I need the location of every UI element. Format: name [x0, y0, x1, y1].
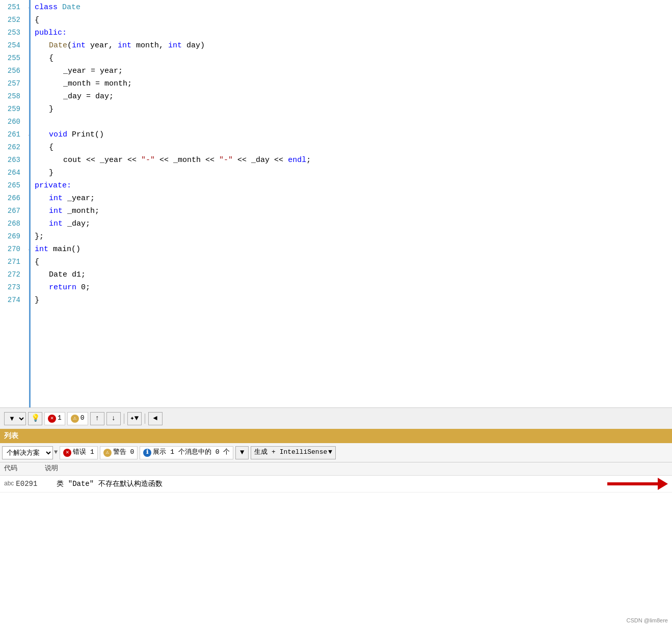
code-line-264: 264}: [0, 168, 672, 180]
code-line-255: 255{: [0, 53, 672, 66]
line-number: 270: [0, 244, 25, 254]
error-count-badge[interactable]: ✕ 1: [44, 412, 65, 425]
line-number: 259: [0, 104, 25, 114]
code-content: int _day;: [33, 219, 672, 230]
line-number: 263: [0, 155, 25, 165]
error-panel-title-text: 列表: [4, 431, 18, 441]
code-line-260: 260: [0, 117, 672, 129]
code-editor[interactable]: 251-class Date252{253public:254Date(int …: [0, 0, 672, 407]
code-content: _day = day;: [33, 91, 672, 102]
warning-icon: ⚠: [71, 415, 79, 423]
ep-warning-label: 警告 0: [113, 448, 135, 457]
line-number: 253: [0, 28, 25, 38]
line-number: 272: [0, 269, 25, 280]
toolbar-sep-1: [124, 414, 124, 424]
ep-warning-icon: ⚠: [103, 449, 112, 457]
code-line-253: 253public:: [0, 28, 672, 40]
code-content: int _month;: [33, 206, 672, 217]
code-line-273: 273return 0;: [0, 282, 672, 295]
ep-info-icon: ℹ: [143, 449, 151, 457]
code-content: _month = month;: [33, 78, 672, 90]
left-blue-bar: [29, 0, 31, 407]
code-content: }: [33, 168, 672, 179]
code-content: }: [33, 104, 672, 115]
code-line-252: 252{: [0, 15, 672, 28]
code-line-254: 254Date(int year, int month, int day): [0, 40, 672, 53]
line-number: 267: [0, 206, 25, 216]
code-content: private:: [33, 180, 672, 192]
red-arrow-head: [658, 478, 668, 490]
code-content: _year = year;: [33, 66, 672, 77]
arrow-left-btn[interactable]: ◄: [148, 412, 163, 425]
code-line-272: 272Date d1;: [0, 269, 672, 282]
error-panel-toolbar: 个解决方案 ▼ ✕ 错误 1 ⚠ 警告 0 ℹ 展示 1 个消息中的 0 个 ▼…: [0, 443, 672, 462]
col-header-code: 代码: [4, 464, 45, 474]
error-panel-title: 列表: [0, 429, 672, 443]
code-content: Date(int year, int month, int day): [33, 40, 672, 51]
line-number: 273: [0, 282, 25, 292]
ep-filter-btn[interactable]: ▼: [235, 446, 249, 459]
code-content: public:: [33, 28, 672, 39]
code-content: class Date: [33, 2, 672, 13]
ep-error-label: 错误 1: [73, 448, 94, 457]
code-content: {: [33, 142, 672, 153]
code-line-268: 268int _day;: [0, 219, 672, 231]
code-content: };: [33, 231, 672, 242]
ep-warning-badge[interactable]: ⚠ 警告 0: [100, 446, 138, 459]
ep-info-label: 展示 1 个消息中的 0 个: [153, 448, 230, 457]
code-content: }: [33, 295, 672, 306]
code-line-271: 271{: [0, 257, 672, 269]
code-content: void Print(): [33, 129, 672, 141]
line-number: 258: [0, 91, 25, 101]
code-line-266: 266int _year;: [0, 193, 672, 206]
code-line-274: 274}: [0, 295, 672, 308]
line-number: 257: [0, 78, 25, 89]
line-number: 269: [0, 231, 25, 241]
line-number: 264: [0, 168, 25, 178]
code-line-265: 265private:: [0, 180, 672, 193]
arrow-up-btn[interactable]: ↑: [90, 412, 104, 425]
toolbar-sep-2: [145, 414, 145, 424]
code-content: {: [33, 257, 672, 268]
code-content: cout << _year << "-" << _month << "-" <<…: [33, 155, 672, 166]
code-line-262: 262{: [0, 142, 672, 155]
warning-count-label: 0: [80, 414, 85, 423]
main-container: 251-class Date252{253public:254Date(int …: [0, 0, 672, 628]
error-list-header: 代码 说明: [0, 462, 672, 476]
ep-generate-label: 生成 + IntelliSense: [254, 448, 327, 457]
code-lines: 251-class Date252{253public:254Date(int …: [0, 0, 672, 308]
line-number: 271: [0, 257, 25, 267]
line-number: 266: [0, 193, 25, 203]
arrow-down-btn[interactable]: ↓: [106, 412, 121, 425]
toolbar-dropdown[interactable]: ▼: [4, 412, 26, 425]
code-content: return 0;: [33, 282, 672, 293]
code-content: int _year;: [33, 193, 672, 204]
ep-error-badge[interactable]: ✕ 错误 1: [60, 446, 98, 459]
ep-info-badge[interactable]: ℹ 展示 1 个消息中的 0 个: [140, 446, 233, 459]
code-line-263: 263cout << _year << "-" << _month << "-"…: [0, 155, 672, 168]
line-number: 261: [0, 129, 25, 140]
error-type-icon: abc: [4, 479, 14, 488]
warning-count-badge[interactable]: ⚠ 0: [67, 412, 88, 425]
error-row-0[interactable]: abc E0291 类 "Date" 不存在默认构造函数: [0, 476, 672, 493]
line-number: 254: [0, 40, 25, 50]
code-content: {: [33, 15, 672, 26]
line-number: 251: [0, 2, 25, 12]
line-number: 260: [0, 117, 25, 127]
error-icon: ✕: [48, 415, 56, 423]
lightbulb-icon-btn[interactable]: 💡: [28, 412, 42, 425]
bottom-toolbar: ▼ 💡 ✕ 1 ⚠ 0 ↑ ↓ ✦▼ ◄: [0, 407, 672, 429]
ep-generate-btn[interactable]: 生成 + IntelliSense ▼: [251, 446, 336, 459]
line-number: 268: [0, 219, 25, 229]
ep-generate-arrow: ▼: [328, 448, 332, 457]
col-header-desc: 说明: [45, 464, 668, 474]
code-content: int main(): [33, 244, 672, 255]
line-number: 256: [0, 66, 25, 76]
ep-error-icon: ✕: [63, 449, 71, 457]
error-count-label: 1: [58, 414, 62, 423]
red-arrow-line: [607, 482, 658, 485]
code-content: {: [33, 53, 672, 64]
magic-wand-btn[interactable]: ✦▼: [127, 412, 142, 425]
error-code: E0291: [16, 479, 57, 489]
solution-filter-dropdown[interactable]: 个解决方案: [2, 446, 53, 459]
